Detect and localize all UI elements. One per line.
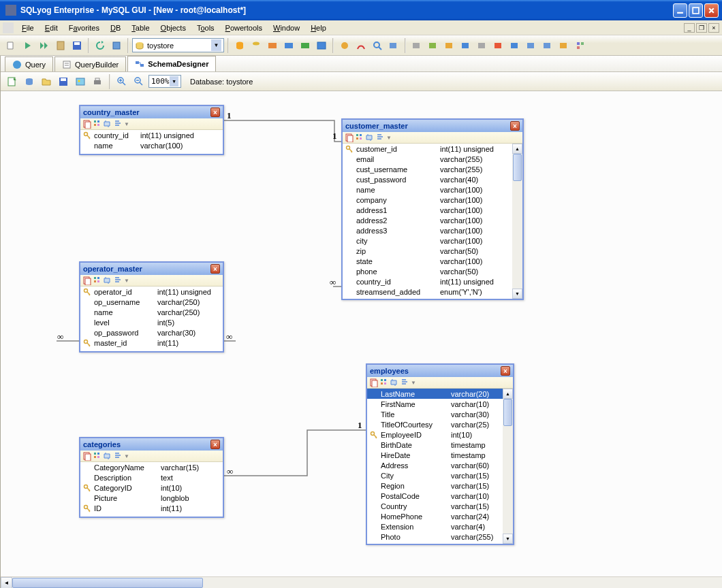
column-row[interactable]: Regionvarchar(15): [367, 480, 503, 491]
tb-15[interactable]: [475, 38, 490, 53]
column-row[interactable]: HireDatetimestamp: [367, 450, 503, 460]
column-row[interactable]: CategoryNamevarchar(15): [80, 462, 223, 472]
table-vscroll[interactable]: ▲▼: [503, 389, 513, 544]
column-row[interactable]: country_idint(11) unsigned: [343, 276, 512, 287]
schema-table-country_master[interactable]: country_master×▼country_idint(11) unsign…: [79, 105, 224, 155]
dtb-image[interactable]: [73, 74, 88, 89]
column-row[interactable]: EmployeeIDint(10): [367, 429, 503, 440]
dtb-print[interactable]: [90, 74, 105, 89]
scroll-down[interactable]: ▼: [512, 289, 522, 299]
mdi-close[interactable]: ×: [708, 23, 719, 33]
column-row[interactable]: Photovarchar(255): [367, 532, 503, 542]
sub-icon[interactable]: [82, 276, 92, 285]
tb-9[interactable]: [370, 38, 385, 53]
table-title-bar[interactable]: employees×: [367, 365, 513, 377]
column-row[interactable]: statevarchar(100): [343, 256, 512, 266]
dtb-new[interactable]: [5, 74, 20, 89]
scroll-down[interactable]: ▼: [503, 534, 513, 544]
column-row[interactable]: phonevarchar(50): [343, 266, 512, 276]
sub-dropdown[interactable]: ▼: [124, 453, 129, 459]
schema-table-operator_master[interactable]: operator_master×▼operator_idint(11) unsi…: [79, 261, 224, 353]
tb-21[interactable]: [573, 38, 588, 53]
menu-powertools[interactable]: Powertools: [220, 22, 268, 33]
menu-tools[interactable]: Tools: [191, 22, 220, 33]
sub-icon[interactable]: [369, 378, 379, 387]
tb-16[interactable]: [491, 38, 506, 53]
sub-icon[interactable]: [113, 276, 123, 285]
maximize-button[interactable]: [689, 3, 703, 18]
tb-3[interactable]: [265, 38, 280, 53]
column-row[interactable]: IDint(11): [80, 503, 223, 513]
new-conn-button[interactable]: [4, 38, 19, 53]
mdi-minimize[interactable]: _: [684, 23, 695, 33]
sub-icon[interactable]: [113, 451, 123, 461]
column-row[interactable]: namevarchar(100): [343, 184, 512, 195]
tb-12[interactable]: [426, 38, 441, 53]
column-row[interactable]: Extensionvarchar(4): [367, 521, 503, 532]
tab-schema-designer[interactable]: SchemaDesigner: [127, 56, 216, 71]
sub-icon[interactable]: [93, 276, 102, 285]
table-title-bar[interactable]: categories×: [80, 438, 223, 451]
minimize-button[interactable]: [673, 3, 687, 18]
refresh-button[interactable]: [93, 38, 108, 53]
column-row[interactable]: customer_idint(11) unsigned: [343, 144, 512, 154]
dtb-zoom-in[interactable]: [114, 74, 129, 89]
tb-20[interactable]: [556, 38, 571, 53]
sub-icon[interactable]: [365, 133, 375, 142]
schema-canvas[interactable]: 1 1 ∞ ∞ ∞ ∞: [1, 91, 722, 576]
schema-table-employees[interactable]: employees×▼LastNamevarchar(20)FirstNamev…: [366, 363, 514, 545]
column-row[interactable]: zipvarchar(50): [343, 246, 512, 256]
tb-19[interactable]: [540, 38, 555, 53]
column-row[interactable]: companyvarchar(100): [343, 195, 512, 205]
sub-icon[interactable]: [113, 119, 123, 129]
hscroll-left[interactable]: ◄: [1, 577, 12, 589]
menu-objects[interactable]: Objects: [155, 22, 191, 33]
menu-db[interactable]: DB: [105, 22, 126, 33]
column-row[interactable]: levelint(5): [80, 317, 223, 327]
menu-help[interactable]: Help: [305, 22, 332, 33]
table-close-icon[interactable]: ×: [510, 121, 520, 131]
menu-table[interactable]: Table: [126, 22, 155, 33]
column-row[interactable]: Titlevarchar(30): [367, 409, 503, 419]
table-title-bar[interactable]: country_master×: [80, 106, 223, 118]
schema-table-customer_master[interactable]: customer_master×▼customer_idint(11) unsi…: [341, 118, 524, 300]
sub-icon[interactable]: [103, 276, 112, 285]
tb-1[interactable]: [232, 38, 247, 53]
tb-4[interactable]: [281, 38, 296, 53]
save-button[interactable]: [69, 38, 84, 53]
stop-button[interactable]: [109, 38, 124, 53]
notebook-button[interactable]: [53, 38, 68, 53]
db-dropdown-arrow[interactable]: ▼: [211, 39, 221, 51]
column-row[interactable]: streamsend_addedenum('Y','N'): [343, 287, 512, 297]
tab-query-builder[interactable]: QueryBuilder: [54, 56, 126, 71]
column-row[interactable]: namevarchar(250): [80, 307, 223, 317]
tb-13[interactable]: [442, 38, 457, 53]
column-row[interactable]: TitleOfCourtesyvarchar(25): [367, 419, 503, 429]
dtb-open[interactable]: [39, 74, 54, 89]
zoom-dropdown-arrow[interactable]: ▼: [170, 76, 178, 86]
sub-icon[interactable]: [400, 378, 409, 387]
column-row[interactable]: cityvarchar(100): [343, 235, 512, 246]
table-close-icon[interactable]: ×: [210, 108, 220, 117]
column-row[interactable]: cust_usernamevarchar(255): [343, 164, 512, 174]
menu-file[interactable]: File: [16, 22, 40, 33]
sub-icon[interactable]: [103, 451, 112, 461]
column-row[interactable]: Picturelongblob: [80, 493, 223, 503]
canvas-hscroll[interactable]: ◄ ►: [1, 576, 722, 588]
run-all-button[interactable]: [37, 38, 52, 53]
sub-icon[interactable]: [82, 451, 92, 461]
sub-icon[interactable]: [93, 451, 102, 461]
column-row[interactable]: CategoryIDint(10): [80, 483, 223, 493]
sub-icon[interactable]: [375, 133, 385, 142]
column-row[interactable]: address2varchar(100): [343, 215, 512, 225]
sub-dropdown[interactable]: ▼: [386, 135, 392, 141]
sub-icon[interactable]: [390, 378, 399, 387]
zoom-selector[interactable]: 100% ▼: [148, 75, 181, 88]
column-row[interactable]: emailvarchar(255): [343, 154, 512, 164]
sub-icon[interactable]: [93, 119, 102, 129]
menu-edit[interactable]: Edit: [40, 22, 63, 33]
dtb-zoom-out[interactable]: [131, 74, 146, 89]
column-row[interactable]: namevarchar(100): [80, 140, 223, 150]
tb-14[interactable]: [458, 38, 473, 53]
column-row[interactable]: country_idint(11) unsigned: [80, 130, 223, 140]
